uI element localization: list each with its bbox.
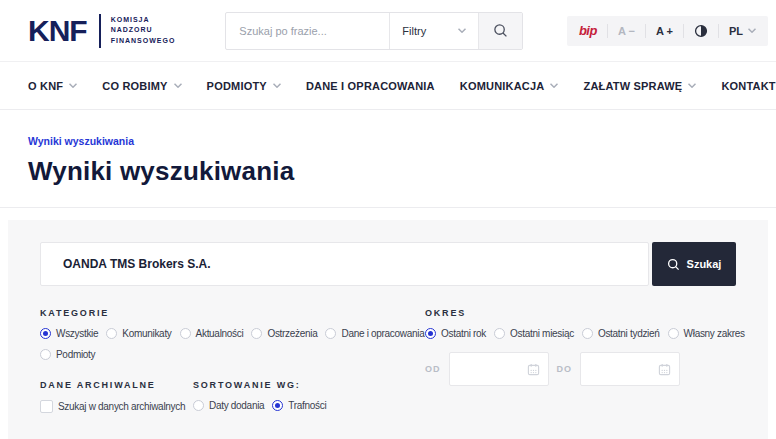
date-from-input[interactable] [450,364,527,375]
search-row: Szukaj [40,242,736,286]
nav-label: KONTAKT [721,80,775,92]
header-search-input[interactable] [226,13,389,49]
categories-row-2: Podmioty [40,349,403,360]
calendar-icon [527,363,540,376]
nav-item-zalatw-sprawe[interactable]: ZAŁATW SPRAWĘ [583,80,696,92]
nav-label: O KNF [28,80,63,92]
radio-category-wszystkie[interactable]: Wszystkie [40,328,98,339]
sorting-row: Daty dodania Trafności [193,400,326,411]
date-to-field[interactable] [580,352,680,386]
archive-label: DANE ARCHIWALNE [40,380,193,390]
sorting-group: SORTOWANIE WG: Daty dodania Trafności [193,380,326,413]
radio-sort-daty-dodania[interactable]: Daty dodania [193,400,264,411]
nav-item-podmioty[interactable]: PODMIOTY [207,80,281,92]
page-title: Wyniki wyszukiwania [28,156,776,187]
font-increase-button[interactable]: A + [646,25,683,37]
radio-period-ostatni-rok[interactable]: Ostatni rok [425,328,486,339]
accessibility-toolbar: bip A − A + PL [567,16,768,46]
radio-icon [193,400,204,411]
nav-item-kontakt[interactable]: KONTAKT [721,80,776,92]
chevron-down-icon [69,83,77,88]
font-decrease-button[interactable]: A − [608,25,645,37]
period-label: OKRES [425,308,745,318]
radio-label: Komunikaty [122,328,171,339]
logo-org-line: NADZORU [111,25,176,35]
filters-dropdown[interactable]: Filtry [390,13,478,49]
nav-label: PODMIOTY [207,80,267,92]
radio-category-dane-i-opracowania[interactable]: Dane i opracowania [325,328,424,339]
nav-item-komunikacja[interactable]: KOMUNIKACJA [460,80,559,92]
search-panel: Szukaj KATEGORIE Wszystkie Komunikaty Ak… [8,220,768,439]
language-label: PL [729,25,743,37]
categories-label: KATEGORIE [40,308,403,318]
contrast-toggle-button[interactable] [684,24,718,38]
radio-label: Trafności [288,400,326,411]
radio-period-wlasny-zakres[interactable]: Własny zakres [668,328,745,339]
radio-selected-icon [425,328,436,339]
chevron-down-icon [688,83,696,88]
logo-org-line: KOMISJA [111,15,176,25]
nav-item-co-robimy[interactable]: CO ROBIMY [102,80,181,92]
search-submit-button[interactable]: Szukaj [652,242,736,286]
search-button-label: Szukaj [687,258,722,270]
radio-category-aktualnosci[interactable]: Aktualności [180,328,244,339]
radio-category-komunikaty[interactable]: Komunikaty [106,328,171,339]
date-from-label: OD [425,364,441,374]
checkbox-icon [40,400,53,413]
radio-sort-trafnosci[interactable]: Trafności [272,400,326,411]
date-range-row: OD DO [425,352,745,386]
radio-icon [40,349,51,360]
radio-label: Daty dodania [209,400,264,411]
knf-logo[interactable]: KNF KOMISJA NADZORU FINANSOWEGO [28,14,175,48]
chevron-down-icon [273,83,281,88]
bip-link[interactable]: bip [569,23,607,38]
nav-label: KOMUNIKACJA [460,80,545,92]
radio-label: Ostrzeżenia [267,328,317,339]
radio-selected-icon [272,400,283,411]
breadcrumb[interactable]: Wyniki wyszukiwania [28,135,776,147]
radio-category-podmioty[interactable]: Podmioty [40,349,95,360]
checkbox-archive[interactable]: Szukaj w danych archiwalnych [40,400,185,413]
period-row: Ostatni rok Ostatni miesiąc Ostatni tydz… [425,328,745,339]
date-from-field[interactable] [449,352,549,386]
archive-row: Szukaj w danych archiwalnych [40,400,193,413]
sorting-label: SORTOWANIE WG: [193,380,326,390]
logo-org-line: FINANSOWEGO [111,36,176,46]
header-search-button[interactable] [478,13,522,49]
chevron-down-icon [748,28,756,33]
period-group: OKRES Ostatni rok Ostatni miesiąc Ostatn… [425,308,745,386]
nav-item-o-knf[interactable]: O KNF [28,80,77,92]
date-to-input[interactable] [581,364,658,375]
logo-divider [99,14,101,48]
checkbox-label: Szukaj w danych archiwalnych [58,401,185,412]
radio-label: Własny zakres [684,328,745,339]
radio-label: Podmioty [56,349,95,360]
radio-icon [180,328,191,339]
radio-label: Ostatni tydzień [598,328,660,339]
calendar-icon [658,363,671,376]
nav-label: ZAŁATW SPRAWĘ [583,80,682,92]
header-search-bar: Filtry [225,12,523,50]
knf-logo-fullname: KOMISJA NADZORU FINANSOWEGO [111,15,176,45]
chevron-down-icon [174,83,182,88]
nav-label: CO ROBIMY [102,80,167,92]
radio-icon [325,328,336,339]
archive-group: DANE ARCHIWALNE Szukaj w danych archiwal… [40,380,193,413]
radio-icon [582,328,593,339]
radio-label: Dane i opracowania [341,328,424,339]
contrast-icon [694,24,708,38]
main-navigation: O KNF CO ROBIMY PODMIOTY DANE I OPRACOWA… [0,62,776,110]
chevron-down-icon [458,28,466,33]
nav-label: DANE I OPRACOWANIA [306,80,435,92]
search-query-input[interactable] [40,242,649,286]
radio-category-ostrzezenia[interactable]: Ostrzeżenia [251,328,317,339]
nav-item-dane-i-opracowania[interactable]: DANE I OPRACOWANIA [306,80,435,92]
radio-period-ostatni-tydzien[interactable]: Ostatni tydzień [582,328,660,339]
radio-period-ostatni-miesiac[interactable]: Ostatni miesiąc [494,328,574,339]
date-to-label: DO [557,364,573,374]
categories-row-1: Wszystkie Komunikaty Aktualności Ostrzeż… [40,328,403,339]
radio-icon [106,328,117,339]
language-selector[interactable]: PL [719,25,766,37]
categories-group: KATEGORIE Wszystkie Komunikaty Aktualnoś… [40,308,403,360]
radio-icon [494,328,505,339]
